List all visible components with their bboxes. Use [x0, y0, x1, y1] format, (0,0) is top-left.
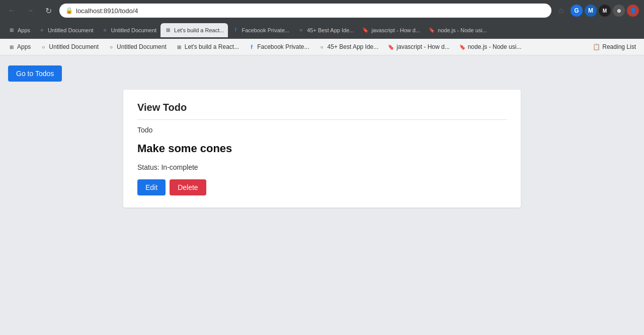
go-to-todos-button[interactable]: Go to Todos — [8, 65, 62, 82]
reading-list-label: Reading List — [602, 43, 636, 50]
bookmark-js-favicon: 🔖 — [387, 43, 394, 50]
tab-js-label: javascript - How d... — [371, 27, 420, 33]
tab-fb-label: Facebook Private... — [242, 27, 289, 33]
profile-icons: G M M ⊕ 👤 — [571, 5, 639, 17]
browser-chrome: ← → ↻ 🔒 localhost:8910/todo/4 ☆ G M M ⊕ … — [0, 0, 644, 335]
tabs-bar: ⊞ Apps ○ Untitled Document ○ Untitled Do… — [0, 21, 644, 39]
bookmark-apps[interactable]: ⊞ Apps — [4, 42, 35, 52]
tab-fb-favicon: f — [232, 27, 239, 34]
tab-node-label: node.js - Node usi... — [438, 27, 487, 33]
tab-react-favicon: ⊞ — [165, 27, 172, 34]
tab-js[interactable]: 🔖 javascript - How d... — [358, 23, 424, 37]
todo-status: Status: In-complete — [137, 163, 507, 171]
tab-react-label: Let's build a React... — [174, 27, 224, 33]
tab-node[interactable]: 🔖 node.js - Node usi... — [424, 23, 491, 37]
tab-react[interactable]: ⊞ Let's build a React... — [160, 23, 228, 37]
todo-card: View Todo Todo Make some cones Status: I… — [123, 90, 521, 208]
todo-section-label: Todo — [137, 126, 507, 134]
page-content: Go to Todos View Todo Todo Make some con… — [0, 55, 644, 335]
delete-button[interactable]: Delete — [170, 179, 206, 195]
profile-icon-avatar[interactable]: 👤 — [627, 5, 639, 17]
bookmark-app-ideas-favicon: ○ — [318, 43, 326, 50]
tab-js-favicon: 🔖 — [362, 27, 369, 34]
tab-untitled1[interactable]: ○ Untitled Document — [34, 23, 98, 37]
view-todo-heading: View Todo — [137, 102, 507, 113]
forward-button[interactable]: → — [23, 4, 37, 18]
bookmark-fb-label: Facebook Private... — [257, 43, 309, 50]
bookmark-react-favicon: ⊞ — [176, 43, 183, 50]
bookmark-js[interactable]: 🔖 javascript - How d... — [383, 42, 453, 52]
tab-apps-label: Apps — [18, 27, 30, 33]
bookmark-node-label: node.js - Node usi... — [468, 43, 522, 50]
tab-untitled2-favicon: ○ — [102, 27, 109, 34]
bookmark-react-label: Let's build a React... — [185, 43, 239, 50]
star-button[interactable]: ☆ — [555, 6, 567, 16]
bookmark-app-ideas[interactable]: ○ 45+ Best App Ide... — [314, 42, 383, 52]
tab-node-favicon: 🔖 — [428, 27, 435, 34]
forward-icon: → — [26, 6, 34, 15]
bookmark-untitled2-label: Untitled Document — [117, 43, 167, 50]
bookmarks-bar: ⊞ Apps ○ Untitled Document ○ Untitled Do… — [0, 39, 644, 55]
reading-list-icon: 📋 — [593, 43, 600, 50]
star-icon: ☆ — [557, 7, 565, 15]
reload-icon: ↻ — [45, 6, 52, 16]
tab-apps-favicon: ⊞ — [8, 27, 15, 34]
bookmark-js-label: javascript - How d... — [396, 43, 449, 50]
bookmark-untitled1-label: Untitled Document — [49, 43, 99, 50]
tab-fb[interactable]: f Facebook Private... — [228, 23, 293, 37]
tab-untitled1-label: Untitled Document — [48, 27, 94, 33]
todo-title: Make some cones — [137, 142, 507, 155]
tab-untitled1-favicon: ○ — [38, 27, 45, 34]
action-buttons: Edit Delete — [137, 179, 507, 195]
reading-list-button[interactable]: 📋 Reading List — [589, 42, 640, 52]
bookmark-node[interactable]: 🔖 node.js - Node usi... — [455, 42, 526, 52]
back-button[interactable]: ← — [5, 4, 19, 18]
top-bar: ← → ↻ 🔒 localhost:8910/todo/4 ☆ G M M ⊕ … — [0, 0, 644, 21]
tab-untitled2[interactable]: ○ Untitled Document — [98, 23, 161, 37]
profile-icon-ext[interactable]: ⊕ — [613, 5, 625, 17]
bookmark-untitled1-favicon: ○ — [40, 43, 47, 50]
bookmark-fb[interactable]: f Facebook Private... — [244, 42, 313, 52]
profile-icon-g[interactable]: G — [571, 5, 583, 17]
bookmark-node-favicon: 🔖 — [459, 43, 466, 50]
bookmark-untitled1[interactable]: ○ Untitled Document — [36, 42, 103, 52]
tab-untitled2-label: Untitled Document — [111, 27, 157, 33]
divider — [137, 119, 507, 120]
reload-button[interactable]: ↻ — [41, 4, 55, 18]
bookmark-react[interactable]: ⊞ Let's build a React... — [172, 42, 243, 52]
bookmark-fb-favicon: f — [248, 43, 255, 50]
url-text: localhost:8910/todo/4 — [76, 7, 545, 15]
back-icon: ← — [8, 6, 16, 15]
bookmark-untitled2[interactable]: ○ Untitled Document — [104, 42, 171, 52]
tab-app-ideas[interactable]: ○ 45+ Best App Ide... — [293, 23, 358, 37]
address-bar[interactable]: 🔒 localhost:8910/todo/4 — [59, 4, 551, 18]
profile-icon-m1[interactable]: M — [585, 5, 597, 17]
tab-app-ideas-favicon: ○ — [297, 27, 304, 34]
lock-icon: 🔒 — [65, 7, 73, 14]
tab-apps[interactable]: ⊞ Apps — [4, 23, 34, 37]
tab-app-ideas-label: 45+ Best App Ide... — [307, 27, 354, 33]
bookmark-apps-label: Apps — [17, 43, 31, 50]
bookmark-app-ideas-label: 45+ Best App Ide... — [328, 43, 379, 50]
profile-icon-m2[interactable]: M — [599, 5, 611, 17]
edit-button[interactable]: Edit — [137, 179, 166, 195]
bookmark-apps-favicon: ⊞ — [8, 43, 15, 50]
bookmark-untitled2-favicon: ○ — [108, 43, 115, 50]
